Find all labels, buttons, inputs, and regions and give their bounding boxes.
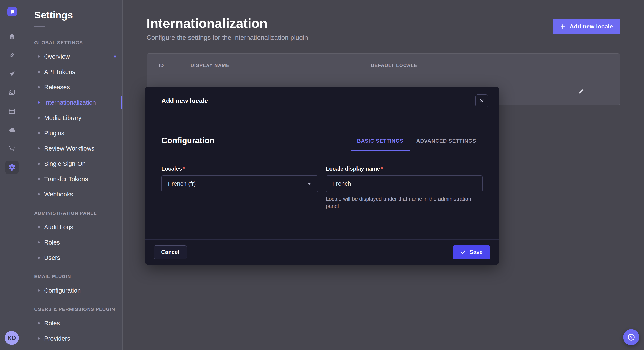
bullet-icon [38,117,40,119]
display-name-input[interactable] [326,175,482,192]
bullet-icon [38,241,40,243]
sidebar-title: Settings [34,9,122,21]
administration-panel-list: Audit Logs Roles Users [34,219,122,265]
sidebar-item-overview[interactable]: Overview [34,49,122,64]
sidebar-item-media-library[interactable]: Media Library [34,110,122,126]
modal-body: Configuration BASIC SETTINGS ADVANCED SE… [145,136,499,210]
required-asterisk: * [183,166,185,172]
locales-select[interactable]: French (fr) [162,175,318,192]
bullet-icon [38,178,40,180]
column-default-locale: DEFAULT LOCALE [371,63,608,68]
page-title: Internationalization [146,16,620,31]
section-label-users-permissions-plugin: USERS & PERMISSIONS PLUGIN [34,307,122,312]
bullet-icon [38,101,40,104]
bullet-icon [38,257,40,259]
display-name-field: Locale display name * Locale will be dis… [326,166,482,210]
close-icon [479,98,484,103]
sidebar-item-audit-logs[interactable]: Audit Logs [34,219,122,235]
bullet-icon [38,226,40,228]
content-feather-icon[interactable] [0,46,24,64]
add-new-locale-modal: Add new locale Configuration BASIC SETTI… [145,87,499,265]
configuration-header-row: Configuration BASIC SETTINGS ADVANCED SE… [162,136,482,151]
rail-divider [0,326,24,326]
section-label-global-settings: GLOBAL SETTINGS [34,40,122,45]
marketplace-cart-icon[interactable] [0,139,24,158]
bullet-icon [38,147,40,150]
strapi-logo[interactable] [8,7,17,16]
email-plugin-list: Configuration [34,283,122,298]
column-display-name: DISPLAY NAME [190,63,371,68]
locales-label: Locales * [162,166,318,172]
sidebar-item-webhooks[interactable]: Webhooks [34,187,122,202]
bullet-icon [38,193,40,195]
pencil-icon [578,88,584,94]
user-avatar[interactable]: KD [5,331,19,345]
edit-locale-button[interactable] [578,88,584,94]
section-label-email-plugin: EMAIL PLUGIN [34,274,122,279]
help-button[interactable]: ? [623,329,639,345]
sidebar-item-api-tokens[interactable]: API Tokens [34,64,122,80]
sidebar-item-internationalization[interactable]: Internationalization [34,95,122,110]
question-mark-icon: ? [626,332,636,342]
bullet-icon [38,86,40,88]
svg-text:?: ? [630,335,633,340]
bullet-icon [38,71,40,73]
cancel-button[interactable]: Cancel [154,245,187,259]
send-plane-icon[interactable] [0,64,24,83]
modal-header: Add new locale [145,87,499,115]
settings-active-highlight [5,161,18,174]
rail-divider [0,24,24,24]
page-subtitle: Configure the settings for the Internati… [146,34,620,41]
display-name-helper: Locale will be displayed under that name… [326,195,475,210]
modal-fields: Locales * French (fr) Locale display nam… [162,166,482,210]
icon-rail: KD [0,0,24,350]
bullet-icon [38,338,40,340]
media-library-icon[interactable] [0,83,24,102]
plus-icon [560,24,566,29]
users-permissions-list: Roles Providers [34,316,122,346]
required-asterisk: * [381,166,383,172]
notification-dot [114,55,116,58]
global-settings-list: Overview API Tokens Releases Internation… [34,49,122,202]
save-button[interactable]: Save [453,245,490,259]
cloud-icon[interactable] [0,121,24,139]
sidebar-item-email-configuration[interactable]: Configuration [34,283,122,298]
tab-advanced-settings[interactable]: ADVANCED SETTINGS [410,138,482,151]
tab-basic-settings[interactable]: BASIC SETTINGS [351,138,410,151]
sidebar-item-single-sign-on[interactable]: Single Sign-On [34,156,122,172]
sidebar-item-releases[interactable]: Releases [34,80,122,95]
bullet-icon [38,132,40,134]
column-id: ID [159,63,190,68]
settings-gear-icon[interactable] [0,158,24,177]
sidebar-item-transfer-tokens[interactable]: Transfer Tokens [34,172,122,187]
settings-sidebar: Settings GLOBAL SETTINGS Overview API To… [24,0,123,350]
add-new-locale-button[interactable]: Add new locale [553,19,620,34]
sidebar-item-plugins[interactable]: Plugins [34,126,122,141]
sidebar-item-users[interactable]: Users [34,250,122,265]
modal-close-button[interactable] [475,94,488,107]
sidebar-item-admin-roles[interactable]: Roles [34,235,122,250]
modal-title: Add new locale [162,97,208,104]
check-icon [460,249,466,255]
bullet-icon [38,55,40,58]
display-name-label: Locale display name * [326,166,482,172]
sidebar-item-review-workflows[interactable]: Review Workflows [34,141,122,156]
locales-select-value: French (fr) [168,180,196,187]
sidebar-item-providers[interactable]: Providers [34,331,122,346]
locales-field: Locales * French (fr) [162,166,318,210]
sidebar-item-up-roles[interactable]: Roles [34,316,122,331]
title-rule [34,26,44,27]
section-label-administration-panel: ADMINISTRATION PANEL [34,210,122,216]
settings-tabs: BASIC SETTINGS ADVANCED SETTINGS [351,138,482,151]
bullet-icon [38,289,40,292]
bullet-icon [38,163,40,165]
home-icon[interactable] [0,27,24,46]
table-header-row: ID DISPLAY NAME DEFAULT LOCALE [147,54,620,77]
modal-footer: Cancel Save [145,239,499,265]
layout-icon[interactable] [0,102,24,121]
configuration-title: Configuration [162,136,214,151]
chevron-down-icon [307,182,312,186]
bullet-icon [38,322,40,324]
